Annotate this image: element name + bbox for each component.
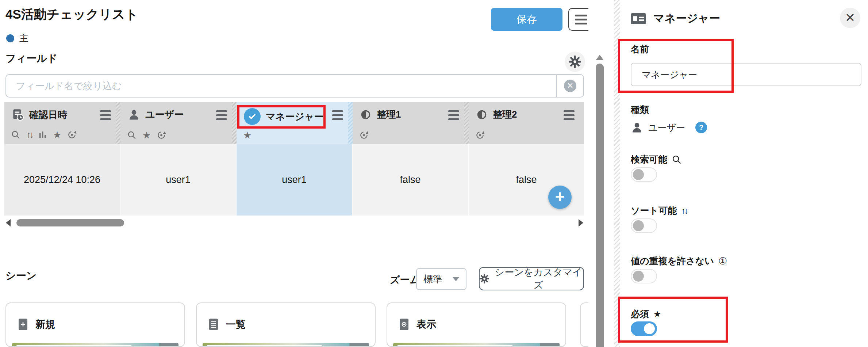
column-label: マネージャー <box>266 110 323 123</box>
chevron-down-icon <box>453 277 459 281</box>
sort-icon: ↑↓ <box>26 129 32 140</box>
info-icon: ① <box>718 255 727 267</box>
scene-card-new[interactable]: 新規 <box>5 302 185 347</box>
column-header-manager[interactable]: マネージャー ★ <box>237 102 353 144</box>
boolean-icon <box>476 109 488 121</box>
save-button[interactable]: 保存 <box>491 8 562 31</box>
gear-icon <box>480 274 489 284</box>
auto-icon <box>475 130 485 140</box>
app-type-dot-icon <box>6 34 14 42</box>
star-icon: ★ <box>653 309 661 319</box>
star-icon: ★ <box>53 130 61 140</box>
required-label: 必須 ★ <box>631 308 661 320</box>
zoom-select-value: 標準 <box>423 273 442 286</box>
type-field-label: 種類 <box>631 104 649 116</box>
hamburger-icon <box>575 15 587 16</box>
zoom-select[interactable]: 標準 <box>416 268 466 290</box>
scene-thumbnail <box>393 343 560 347</box>
type-field-value: ユーザー <box>648 122 685 134</box>
field-settings-panel: マネージャー ✕ 名前 種類 ユーザー ? 検索可能 ソート可能 ↑↓ 値の重複… <box>614 0 868 347</box>
fields-settings-button[interactable] <box>565 52 585 72</box>
datetime-icon <box>12 108 24 121</box>
unique-label: 値の重複を許さない ① <box>631 255 727 267</box>
zoom-label: ズーム <box>390 273 420 286</box>
cell-user[interactable]: user1 <box>120 144 237 216</box>
searchable-toggle[interactable] <box>631 167 657 182</box>
column-header-user[interactable]: ユーザー ★ <box>120 102 237 144</box>
column-label: 整理2 <box>493 108 517 121</box>
search-icon <box>11 130 20 140</box>
plus-icon: + <box>555 188 565 205</box>
sortable-label: ソート可能 ↑↓ <box>631 205 687 217</box>
page-title: 4S活動チェックリスト <box>5 6 138 23</box>
search-icon <box>127 130 137 140</box>
field-filter-input[interactable] <box>6 75 556 97</box>
scroll-left-icon[interactable] <box>6 219 11 226</box>
column-menu-icon[interactable] <box>216 110 227 120</box>
scene-card-label: 新規 <box>35 318 55 331</box>
field-table: 確認日時 ↑↓ ★ ユーザー <box>4 102 585 216</box>
column-menu-icon[interactable] <box>448 110 459 120</box>
fields-section-heading: フィールド <box>5 52 58 65</box>
auto-icon <box>157 130 166 140</box>
field-card-icon <box>631 13 646 24</box>
user-icon <box>631 121 643 134</box>
field-filter: ✕ <box>5 74 584 98</box>
panel-edge-hatch <box>614 0 620 347</box>
scene-card-list[interactable]: 一覧 <box>196 302 376 347</box>
app-type-badge: 主 <box>6 32 28 44</box>
vertical-scrollbar-thumb[interactable] <box>596 64 604 347</box>
scene-card-label: 表示 <box>416 318 436 331</box>
unique-toggle[interactable] <box>631 269 657 283</box>
scroll-up-icon[interactable] <box>596 55 604 60</box>
sortable-toggle[interactable] <box>631 218 657 233</box>
customize-scenes-button[interactable]: シーンをカスタマイズ <box>479 267 584 290</box>
scenes-section-heading: シーン <box>5 269 37 283</box>
name-field-input[interactable] <box>631 63 861 86</box>
star-icon: ★ <box>243 130 251 140</box>
name-field-label: 名前 <box>631 43 649 55</box>
cell-manager[interactable]: user1 <box>237 144 353 216</box>
searchable-label: 検索可能 <box>631 153 682 165</box>
scene-thumbnail <box>203 343 369 347</box>
add-field-button[interactable]: + <box>548 186 572 209</box>
new-record-icon <box>19 319 27 330</box>
scroll-right-icon[interactable] <box>579 219 583 226</box>
column-label: 整理1 <box>377 108 401 121</box>
check-circle-icon <box>244 108 261 125</box>
column-menu-icon[interactable] <box>332 110 343 120</box>
horizontal-scrollbar-thumb[interactable] <box>16 219 124 226</box>
gear-icon <box>569 56 581 68</box>
boolean-icon <box>360 109 372 121</box>
user-icon <box>128 108 140 121</box>
scene-card-label: 一覧 <box>226 318 246 331</box>
help-icon[interactable]: ? <box>695 122 707 133</box>
star-icon: ★ <box>142 130 151 140</box>
sort-icon: ↑↓ <box>681 206 687 216</box>
scene-card-view[interactable]: 表示 <box>387 302 566 347</box>
panel-title: マネージャー <box>653 11 720 26</box>
auto-icon <box>67 130 77 140</box>
search-icon <box>672 155 682 165</box>
cell-kakunin-nichiji[interactable]: 2025/12/24 10:26 <box>4 144 120 216</box>
required-toggle[interactable] <box>631 321 657 336</box>
table-row: 2025/12/24 10:26 user1 user1 false false <box>4 144 585 216</box>
field-filter-clear-button[interactable]: ✕ <box>556 75 583 97</box>
column-header-kakunin-nichiji[interactable]: 確認日時 ↑↓ ★ <box>4 102 120 144</box>
auto-icon <box>359 130 369 140</box>
list-icon <box>209 319 218 330</box>
scene-thumbnail <box>12 343 178 347</box>
close-icon: ✕ <box>845 11 856 24</box>
cell-seiri1[interactable]: false <box>353 144 469 216</box>
chart-icon <box>38 130 47 140</box>
column-label: 確認日時 <box>29 108 67 121</box>
column-header-seiri2[interactable]: 整理2 <box>469 102 584 144</box>
column-menu-icon[interactable] <box>100 110 111 120</box>
eye-icon <box>400 319 408 330</box>
column-header-seiri1[interactable]: 整理1 <box>353 102 469 144</box>
clear-icon: ✕ <box>564 80 576 92</box>
column-label: ユーザー <box>145 108 184 121</box>
column-menu-icon[interactable] <box>564 110 575 120</box>
customize-scenes-label: シーンをカスタマイズ <box>493 266 583 291</box>
close-panel-button[interactable]: ✕ <box>840 8 860 28</box>
